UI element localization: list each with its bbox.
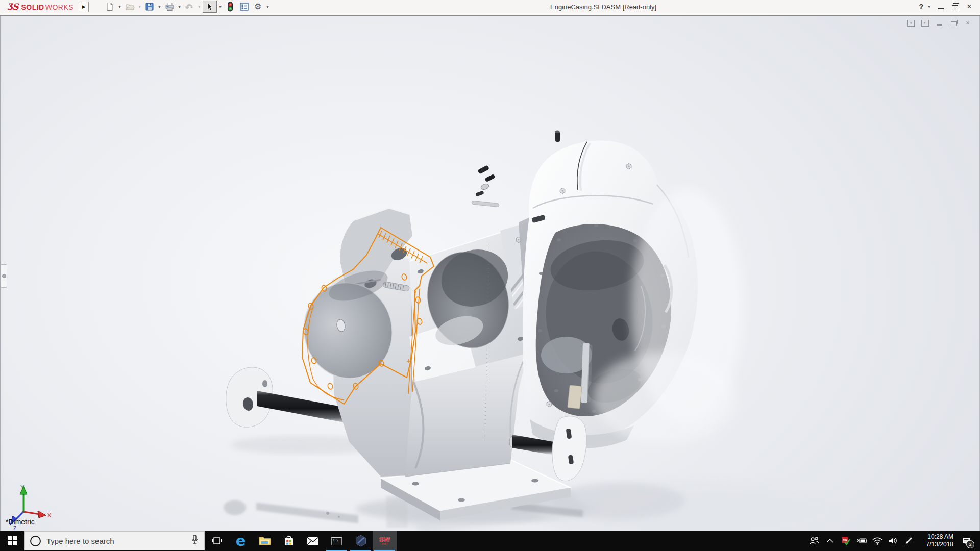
help-caret-icon[interactable]: ▾	[926, 5, 932, 9]
command-prompt-icon: C:\	[331, 537, 342, 545]
wifi-icon	[872, 537, 883, 545]
pane-collapse-right-button[interactable]: ▸	[920, 19, 930, 27]
engine-casing-3d-model[interactable]	[1, 16, 979, 531]
splitter-handle-icon	[2, 274, 6, 278]
battery-button[interactable]	[853, 531, 869, 551]
traffic-light-icon	[227, 2, 234, 12]
task-view-button[interactable]	[205, 531, 229, 551]
select-cursor-icon	[205, 2, 214, 11]
solidworks-logo: ƷS SOLIDWORKS	[0, 2, 74, 12]
menu-expand-button[interactable]: ▶	[79, 2, 89, 12]
taskbar-search-box[interactable]: Type here to search	[24, 531, 205, 550]
pen-icon	[905, 537, 913, 545]
wifi-button[interactable]	[869, 531, 885, 551]
taskbar-empty-area	[397, 531, 806, 551]
search-placeholder: Type here to search	[46, 537, 114, 545]
help-button[interactable]: ?	[919, 3, 923, 11]
hidden-icons-button[interactable]	[822, 531, 838, 551]
doc-restore-icon	[951, 21, 957, 26]
file-properties-icon	[239, 2, 249, 11]
file-explorer-icon	[259, 536, 271, 546]
svg-text:sw: sw	[843, 538, 848, 542]
hexagon-app-icon	[355, 535, 367, 547]
restore-icon	[952, 5, 958, 10]
quick-access-toolbar: ▾ ▾ ▾ ▾ ▾ ▾ ⚙ ▾	[103, 1, 271, 13]
display-states-button[interactable]	[224, 1, 237, 12]
open-caret-icon[interactable]: ▾	[137, 5, 142, 9]
open-icon	[125, 2, 135, 11]
x-axis-label: X	[47, 512, 52, 518]
graphics-viewport[interactable]: ◂ ▸ × Y X Z *Dimetric	[0, 16, 980, 531]
window-controls: ? ▾ ×	[919, 0, 980, 13]
doc-minimize-icon	[937, 24, 942, 26]
task-view-icon	[212, 537, 222, 545]
undo-button[interactable]	[183, 1, 196, 12]
clock-time: 10:28 AM	[917, 533, 953, 541]
cortana-icon	[30, 536, 41, 546]
clock-date: 7/13/2018	[917, 541, 953, 548]
windows-taskbar: Type here to search e C:\ SW 2017	[0, 531, 980, 551]
store-icon	[283, 535, 295, 546]
document-title: EngineCasing.SLDASM [Read-only]	[550, 3, 656, 11]
save-button[interactable]	[143, 1, 156, 12]
new-caret-icon[interactable]: ▾	[117, 5, 122, 9]
taskbar-hexagon-app[interactable]	[349, 531, 373, 551]
file-properties-button[interactable]	[237, 1, 251, 12]
taskbar-edge[interactable]: e	[229, 531, 253, 551]
windows-logo-icon	[8, 536, 17, 545]
volume-button[interactable]	[885, 531, 901, 551]
y-axis-label: Y	[20, 484, 24, 490]
select-button[interactable]	[203, 1, 217, 13]
restore-button[interactable]	[949, 2, 961, 12]
doc-minimize-button[interactable]	[934, 19, 944, 27]
sw-resource-monitor-icon: sw	[841, 536, 850, 545]
taskbar-clock[interactable]: 10:28 AM 7/13/2018	[917, 533, 955, 548]
sw-year: 2017	[381, 543, 387, 546]
document-window-controls: ◂ ▸ ×	[905, 19, 973, 27]
close-button[interactable]: ×	[964, 2, 975, 12]
save-caret-icon[interactable]: ▾	[157, 5, 162, 9]
minimize-icon	[938, 8, 944, 9]
undo-caret-icon[interactable]: ▾	[197, 5, 202, 9]
people-icon	[809, 537, 819, 545]
taskbar-command-prompt[interactable]: C:\	[325, 531, 349, 551]
taskbar-store[interactable]	[277, 531, 301, 551]
options-button[interactable]: ⚙	[251, 1, 264, 12]
start-button[interactable]	[0, 531, 24, 551]
people-button[interactable]	[806, 531, 822, 551]
select-caret-icon[interactable]: ▾	[217, 5, 223, 9]
sw-resource-monitor[interactable]: sw	[838, 531, 853, 551]
mail-icon	[307, 537, 319, 545]
options-caret-icon[interactable]: ▾	[265, 5, 271, 9]
print-icon	[165, 2, 175, 11]
notification-badge: 2	[966, 540, 974, 548]
pane-left-icon: ◂	[910, 21, 912, 25]
pen-button[interactable]	[901, 531, 917, 551]
new-document-button[interactable]	[103, 1, 116, 12]
logo-text-works: WORKS	[45, 3, 74, 11]
taskbar-file-explorer[interactable]	[253, 531, 277, 551]
featuremanager-splitter-tab[interactable]	[1, 264, 7, 288]
taskbar-solidworks[interactable]: SW 2017	[373, 531, 397, 551]
solidworks-2017-icon: SW 2017	[379, 536, 390, 546]
doc-restore-button[interactable]	[948, 19, 959, 27]
microphone-icon[interactable]	[191, 535, 199, 547]
gear-icon: ⚙	[254, 3, 261, 11]
open-button[interactable]	[123, 1, 136, 12]
action-center-button[interactable]: 2	[955, 531, 977, 551]
print-button[interactable]	[163, 1, 176, 12]
undo-icon	[185, 2, 194, 11]
battery-icon	[856, 537, 867, 544]
system-tray: sw 10:28 AM 7/13/2018 2	[806, 531, 980, 551]
logo-text-solid: SOLID	[21, 3, 44, 11]
titlebar-separator-dark	[0, 15, 980, 16]
edge-icon: e	[236, 534, 246, 548]
minimize-button[interactable]	[935, 2, 946, 12]
print-caret-icon[interactable]: ▾	[177, 5, 182, 9]
new-document-icon	[105, 2, 114, 11]
taskbar-mail[interactable]	[301, 531, 325, 551]
chevron-up-icon	[826, 539, 834, 543]
doc-close-button[interactable]: ×	[963, 19, 973, 27]
sw-letters: SW	[379, 536, 390, 543]
pane-collapse-left-button[interactable]: ◂	[905, 19, 916, 27]
